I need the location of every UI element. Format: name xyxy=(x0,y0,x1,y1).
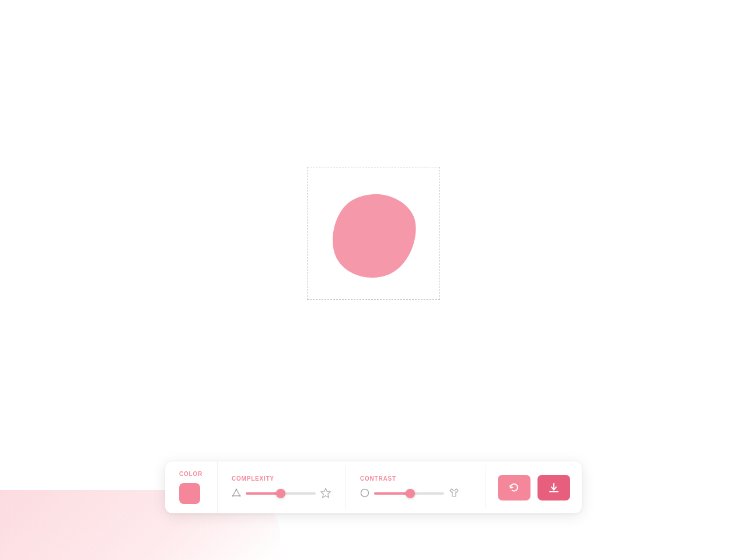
download-icon xyxy=(548,482,560,494)
triangle-icon xyxy=(232,488,241,499)
tshirt-icon xyxy=(449,488,459,500)
toolbar: COLOR COMPLEXITY xyxy=(165,461,582,513)
contrast-content xyxy=(360,488,472,500)
canvas-area xyxy=(0,0,747,467)
color-swatch[interactable] xyxy=(179,483,200,504)
blob-shape xyxy=(327,188,420,279)
color-content xyxy=(179,483,203,504)
contrast-slider[interactable] xyxy=(374,492,444,495)
action-buttons xyxy=(486,466,582,510)
refresh-button[interactable] xyxy=(498,475,530,501)
complexity-slider[interactable] xyxy=(246,492,316,495)
contrast-label: CONTRAST xyxy=(360,475,396,482)
svg-point-1 xyxy=(236,488,238,490)
circle-icon xyxy=(360,488,369,499)
color-section: COLOR xyxy=(165,461,218,513)
svg-point-5 xyxy=(361,489,369,496)
svg-point-2 xyxy=(239,495,241,496)
complexity-label: COMPLEXITY xyxy=(232,475,274,482)
color-label: COLOR xyxy=(179,471,203,477)
canvas-frame xyxy=(307,167,440,300)
complexity-content xyxy=(232,488,331,500)
download-button[interactable] xyxy=(537,475,570,501)
svg-marker-4 xyxy=(321,488,330,498)
refresh-icon xyxy=(508,482,520,494)
star-icon xyxy=(320,488,331,500)
complexity-section: COMPLEXITY xyxy=(218,466,346,509)
contrast-section: CONTRAST xyxy=(346,466,486,509)
svg-point-3 xyxy=(232,495,234,496)
svg-marker-0 xyxy=(233,489,240,496)
